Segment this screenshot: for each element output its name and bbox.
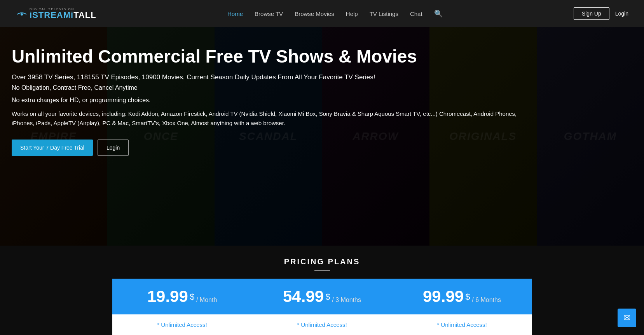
price-6month-amount: 99.99 [423,287,464,305]
pricing-card-3month-body: * Unlimited Access! [252,314,392,335]
hero-devices: Works on all your favorite devices, incl… [12,109,517,128]
pricing-card-monthly: 19.99 $ / Month * Unlimited Access! [112,279,252,335]
nav-help[interactable]: Help [346,10,358,17]
pricing-card-6month-body: * Unlimited Access! [392,314,532,335]
nav-chat[interactable]: Chat [410,10,422,17]
nav-home[interactable]: Home [227,10,243,17]
trial-button[interactable]: Start Your 7 Day Free Trial [12,140,93,156]
logo: DIGITAL TELEVISION iSTREAMiTALL [16,7,96,20]
price-monthly-amount: 19.99 [147,287,188,305]
pricing-3month-feature: * Unlimited Access! [260,321,384,328]
pricing-divider [314,270,330,271]
nav-links: Home Browse TV Browse Movies Help TV Lis… [227,9,443,18]
navbar: DIGITAL TELEVISION iSTREAMiTALL Home Bro… [0,0,644,27]
pricing-card-monthly-body: * Unlimited Access! [112,314,252,335]
pricing-card-6month: 99.99 $ / 6 Months * Unlimited Access! [392,279,532,335]
hero-content: Unlimited Commercial Free TV Shows & Mov… [0,27,644,168]
pricing-card-3month: 54.99 $ / 3 Months * Unlimited Access! [252,279,392,335]
nav-auth: Sign Up Login [574,7,628,20]
login-hero-button[interactable]: Login [98,140,129,156]
hero-subtitle: Over 3958 TV Series, 118155 TV Episodes,… [12,73,632,81]
price-monthly-currency: $ [190,292,194,302]
price-3month-currency: $ [326,292,330,302]
login-nav-button[interactable]: Login [615,10,628,17]
pricing-card-6month-header: 99.99 $ / 6 Months [392,279,532,314]
logo-brand: iSTREAMiTALL [30,10,96,20]
pricing-cards: 19.99 $ / Month * Unlimited Access! 54.9… [0,279,644,335]
pricing-title: PRICING PLANS [0,253,644,266]
pricing-6month-feature: * Unlimited Access! [400,321,524,328]
nav-browse-movies[interactable]: Browse Movies [295,10,334,17]
pricing-monthly-feature: * Unlimited Access! [120,321,244,328]
price-3month-amount: 54.99 [283,287,324,305]
hero-no-obligation: No Obligation, Contract Free, Cancel Any… [12,84,632,91]
signup-button[interactable]: Sign Up [574,7,609,20]
logo-icon [16,10,28,18]
search-icon-button[interactable]: 🔍 [434,9,443,18]
hero-no-extra-charges: No extra charges for HD, or programming … [12,97,632,104]
price-3month-period: / 3 Months [332,297,361,303]
pricing-section: PRICING PLANS 19.99 $ / Month * Unlimite… [0,246,644,335]
nav-browse-tv[interactable]: Browse TV [255,10,283,17]
hero-section: EMPIRE ONCE SCANDAL ARROW ORIGINALS GOTH… [0,27,644,246]
pricing-card-monthly-header: 19.99 $ / Month [112,279,252,314]
svg-point-0 [21,13,23,16]
price-6month-currency: $ [466,292,470,302]
hero-buttons: Start Your 7 Day Free Trial Login [12,140,632,156]
hero-title: Unlimited Commercial Free TV Shows & Mov… [12,47,632,66]
nav-tv-listings[interactable]: TV Listings [370,10,398,17]
mail-fab-button[interactable]: ✉ [618,309,636,327]
price-monthly-period: / Month [196,297,217,303]
pricing-card-3month-header: 54.99 $ / 3 Months [252,279,392,314]
price-6month-period: / 6 Months [472,297,501,303]
